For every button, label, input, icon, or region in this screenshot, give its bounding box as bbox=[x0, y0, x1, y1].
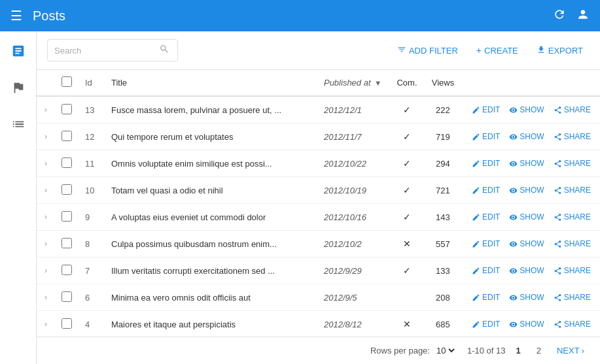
table-row: › 4 Maiores et itaque aut perspiciatis 2… bbox=[37, 311, 600, 337]
share-button[interactable]: SHARE bbox=[550, 130, 595, 143]
share-button[interactable]: SHARE bbox=[550, 237, 595, 250]
com-check-icon: ✓ bbox=[403, 265, 411, 276]
search-box[interactable] bbox=[47, 39, 178, 61]
row-published: 2012/10/2 bbox=[319, 231, 391, 257]
show-button[interactable]: SHOW bbox=[505, 291, 548, 304]
sidebar-item-list[interactable] bbox=[7, 112, 30, 136]
refresh-button[interactable] bbox=[553, 8, 566, 24]
edit-button[interactable]: EDIT bbox=[468, 184, 504, 197]
row-published: 2012/8/12 bbox=[319, 311, 391, 337]
row-title: Maiores et itaque aut perspiciatis bbox=[106, 311, 319, 337]
select-all-checkbox[interactable] bbox=[62, 76, 72, 87]
edit-label: EDIT bbox=[482, 105, 500, 114]
expand-button[interactable]: › bbox=[42, 265, 50, 276]
row-title: Totam vel quasi a odio et nihil bbox=[106, 177, 319, 204]
row-published: 2012/9/29 bbox=[319, 257, 391, 284]
row-checkbox[interactable] bbox=[62, 131, 72, 141]
row-checkbox[interactable] bbox=[62, 157, 72, 168]
edit-label: EDIT bbox=[482, 266, 500, 275]
edit-button[interactable]: EDIT bbox=[468, 130, 504, 143]
show-button[interactable]: SHOW bbox=[505, 318, 548, 331]
row-views: 222 bbox=[423, 96, 463, 124]
edit-button[interactable]: EDIT bbox=[468, 264, 504, 277]
row-com: ✓ bbox=[391, 124, 423, 150]
show-button[interactable]: SHOW bbox=[505, 130, 548, 143]
page-1-button[interactable]: 1 bbox=[511, 344, 526, 357]
menu-icon[interactable]: ☰ bbox=[10, 8, 22, 24]
search-input[interactable] bbox=[54, 46, 159, 56]
row-title: Omnis voluptate enim similique est possi… bbox=[106, 150, 319, 177]
share-label: SHARE bbox=[564, 186, 591, 195]
expand-button[interactable]: › bbox=[42, 211, 50, 223]
edit-button[interactable]: EDIT bbox=[468, 291, 504, 304]
edit-button[interactable]: EDIT bbox=[468, 157, 504, 170]
export-button[interactable]: EXPORT bbox=[530, 41, 590, 60]
col-check-header[interactable] bbox=[56, 70, 80, 96]
row-checkbox[interactable] bbox=[62, 104, 72, 114]
row-checkbox[interactable] bbox=[62, 265, 72, 275]
show-label: SHOW bbox=[520, 186, 544, 195]
expand-button[interactable]: › bbox=[42, 131, 50, 142]
share-button[interactable]: SHARE bbox=[550, 291, 595, 304]
show-button[interactable]: SHOW bbox=[505, 237, 548, 250]
row-checkbox[interactable] bbox=[62, 211, 72, 222]
show-label: SHOW bbox=[520, 212, 544, 222]
expand-button[interactable]: › bbox=[42, 318, 50, 330]
add-filter-button[interactable]: ADD FILTER bbox=[391, 41, 465, 60]
edit-label: EDIT bbox=[482, 320, 500, 329]
table-row: › 7 Illum veritatis corrupti exercitatio… bbox=[37, 257, 600, 284]
row-checkbox[interactable] bbox=[62, 184, 72, 195]
expand-button[interactable]: › bbox=[42, 104, 50, 116]
next-page-button[interactable]: NEXT › bbox=[552, 344, 590, 357]
plus-icon: + bbox=[476, 45, 482, 56]
sidebar-item-flag[interactable] bbox=[7, 76, 30, 99]
row-com: ✓ bbox=[391, 257, 423, 284]
row-actions: EDIT SHOW SHARE bbox=[463, 284, 600, 311]
com-check-icon: ✓ bbox=[403, 212, 411, 222]
share-label: SHARE bbox=[564, 239, 591, 248]
row-title: Qui tempore rerum et voluptates bbox=[106, 124, 319, 150]
show-label: SHOW bbox=[520, 239, 544, 248]
show-button[interactable]: SHOW bbox=[505, 264, 548, 277]
account-button[interactable] bbox=[576, 8, 590, 24]
row-checkbox[interactable] bbox=[62, 318, 72, 329]
row-com: ✓ bbox=[391, 150, 423, 177]
share-button[interactable]: SHARE bbox=[550, 264, 595, 277]
share-button[interactable]: SHARE bbox=[550, 184, 595, 197]
edit-button[interactable]: EDIT bbox=[468, 318, 504, 331]
create-button[interactable]: + CREATE bbox=[470, 41, 525, 59]
show-button[interactable]: SHOW bbox=[505, 184, 548, 197]
sidebar-item-posts[interactable] bbox=[7, 39, 30, 63]
share-label: SHARE bbox=[564, 105, 591, 114]
row-id: 12 bbox=[80, 124, 106, 150]
com-cross-icon: ✕ bbox=[403, 319, 411, 329]
edit-button[interactable]: EDIT bbox=[468, 210, 504, 223]
edit-button[interactable]: EDIT bbox=[468, 237, 504, 250]
download-icon bbox=[537, 45, 546, 56]
share-button[interactable]: SHARE bbox=[550, 210, 595, 223]
edit-button[interactable]: EDIT bbox=[468, 103, 504, 116]
row-com: ✓ bbox=[391, 204, 423, 231]
row-id: 8 bbox=[80, 231, 106, 257]
share-button[interactable]: SHARE bbox=[550, 103, 595, 116]
expand-button[interactable]: › bbox=[42, 291, 50, 303]
show-button[interactable]: SHOW bbox=[505, 103, 548, 116]
pagination-range: 1-10 of 13 bbox=[467, 346, 506, 356]
share-button[interactable]: SHARE bbox=[550, 157, 595, 170]
row-checkbox[interactable] bbox=[62, 291, 72, 302]
expand-button[interactable]: › bbox=[42, 238, 50, 250]
row-id: 6 bbox=[80, 284, 106, 311]
col-published-header[interactable]: Published at ▼ bbox=[319, 70, 391, 96]
expand-button[interactable]: › bbox=[42, 157, 50, 169]
show-button[interactable]: SHOW bbox=[505, 210, 548, 223]
share-button[interactable]: SHARE bbox=[550, 318, 595, 331]
show-button[interactable]: SHOW bbox=[505, 157, 548, 170]
page-2-button[interactable]: 2 bbox=[531, 344, 546, 357]
expand-button[interactable]: › bbox=[42, 184, 50, 196]
row-title: Illum veritatis corrupti exercitationem … bbox=[106, 257, 319, 284]
col-title-header: Title bbox=[106, 70, 319, 96]
row-checkbox[interactable] bbox=[62, 238, 72, 248]
com-cross-icon: ✕ bbox=[403, 239, 411, 249]
rows-per-page-select[interactable]: 10 25 50 bbox=[434, 345, 457, 356]
row-views: 143 bbox=[423, 204, 463, 231]
